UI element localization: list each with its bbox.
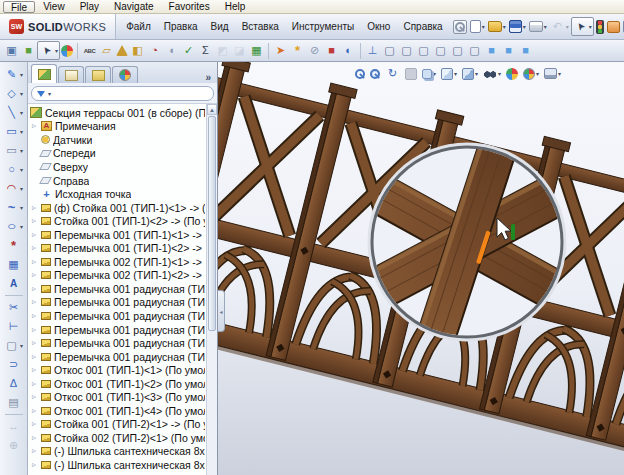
assembly-model[interactable]: [218, 62, 624, 475]
expand-arrow-icon[interactable]: ▹: [30, 366, 38, 374]
expand-arrow-icon[interactable]: ▹: [30, 434, 38, 442]
point-icon[interactable]: *: [5, 236, 22, 255]
panel-splitter-handle[interactable]: ◂: [218, 290, 225, 332]
tree-item[interactable]: ▹(ф) Стойка 001 (ТИП-1)<1> -> (По у: [30, 201, 205, 215]
tree-item[interactable]: ▹(-) Шпилька сантехническая 8x80<: [30, 445, 205, 459]
tree-item[interactable]: Сверху: [30, 160, 205, 174]
display-style-icon[interactable]: ▾: [461, 67, 479, 81]
arc-icon[interactable]: ◠▾: [3, 179, 24, 198]
tree-item[interactable]: ▹Перемычка 001 радиусная (ТИП-2): [30, 282, 205, 296]
view-settings-icon[interactable]: ▾: [543, 67, 562, 80]
tree-item[interactable]: +Исходная точка: [30, 187, 205, 201]
reference-axis-icon[interactable]: ⊥: [364, 42, 381, 59]
filter-dropdown-icon[interactable]: ▾: [48, 90, 51, 97]
select-tool-icon[interactable]: ➤▾: [37, 41, 60, 60]
view-cube-icon[interactable]: ▢: [415, 42, 432, 59]
tree-filter-bar[interactable]: ▾: [31, 86, 214, 101]
tree-item[interactable]: Справа: [30, 174, 205, 188]
spellcheck-icon[interactable]: ABC: [81, 42, 98, 59]
edit-appearance-icon[interactable]: [505, 67, 519, 81]
tree-item[interactable]: Спереди: [30, 147, 205, 161]
tabs-overflow-chevron[interactable]: »: [202, 72, 214, 83]
view-cube-icon[interactable]: ▢: [398, 42, 415, 59]
tree-item[interactable]: ▹(-) Шпилька сантехническая 8x80<: [30, 458, 205, 472]
shaded-cube-icon[interactable]: ■: [500, 42, 517, 59]
color-swatch-icon[interactable]: ■: [323, 42, 340, 59]
tree-item[interactable]: ▹Стойка 001 (ТИП-2)<1> -> (По умол: [30, 418, 205, 432]
menu-view[interactable]: Вид: [205, 19, 235, 34]
save-icon[interactable]: ▾: [508, 19, 527, 34]
edit-color-icon[interactable]: [60, 44, 74, 58]
graphics-viewport[interactable]: ↻▾▾▾▾▾▾ ◂: [218, 62, 624, 475]
animation-icon[interactable]: ➤: [272, 42, 289, 59]
player-menu-navigate[interactable]: Navigate: [107, 1, 160, 13]
expand-arrow-icon[interactable]: ▹: [30, 204, 38, 212]
tree-item[interactable]: ▹Стойка 002 (ТИП-2)<1> (По умолча: [30, 431, 205, 445]
curvature-icon[interactable]: ◖: [163, 42, 180, 59]
shaded-cube-icon[interactable]: ■: [517, 42, 534, 59]
expand-arrow-icon[interactable]: ▹: [30, 447, 38, 455]
tree-root-item[interactable]: Секция террасы 001 (в сборе) (По умо: [30, 106, 205, 120]
menu-window[interactable]: Окно: [361, 19, 396, 34]
tab-featuremanager[interactable]: [31, 64, 57, 83]
pan-icon[interactable]: [404, 67, 418, 81]
dropdown-arrow-icon[interactable]: ▾: [475, 70, 478, 77]
player-menu-view[interactable]: View: [36, 1, 72, 13]
line-icon[interactable]: ╲▾: [3, 103, 24, 122]
smart-dimension-icon[interactable]: ◇▾: [3, 84, 24, 103]
expand-arrow-icon[interactable]: ▹: [30, 122, 38, 130]
dropdown-arrow-icon[interactable]: ▾: [20, 185, 23, 192]
print-icon[interactable]: ▾: [528, 20, 548, 33]
apply-scene-icon[interactable]: ▾: [522, 67, 540, 81]
tree-item[interactable]: ▹Откос 001 (ТИП-1)<2> (По умолчан: [30, 377, 205, 391]
scroll-up-icon[interactable]: ▲: [207, 104, 217, 115]
shaded-cube-icon[interactable]: ■: [483, 42, 500, 59]
player-menu-play[interactable]: Play: [73, 1, 106, 13]
dropdown-arrow-icon[interactable]: ▾: [558, 70, 561, 77]
tree-item[interactable]: ▹AПримечания: [30, 120, 205, 134]
select-tool-icon[interactable]: ➤▾: [571, 17, 594, 36]
hide-show-items-icon[interactable]: ▾: [482, 68, 502, 80]
view-cube-icon[interactable]: ▢: [432, 42, 449, 59]
measure-icon[interactable]: ▱: [98, 42, 115, 59]
rectangle-icon[interactable]: ▭▾: [3, 122, 24, 141]
menu-help[interactable]: Справка: [397, 19, 448, 34]
ellipse-icon[interactable]: ○▾: [3, 217, 24, 236]
tree-item[interactable]: ▹Перемычка 001 радиусная (ТИП-3): [30, 323, 205, 337]
player-menu-help[interactable]: Help: [218, 1, 253, 13]
expand-arrow-icon[interactable]: ▹: [30, 271, 38, 279]
circle-icon[interactable]: ○▾: [3, 160, 24, 179]
verification-icon[interactable]: ⊘: [306, 42, 323, 59]
expand-arrow-icon[interactable]: ▹: [30, 353, 38, 361]
open-document-icon[interactable]: ▾: [487, 20, 507, 33]
dropdown-arrow-icon[interactable]: ▾: [566, 23, 569, 30]
tree-item[interactable]: ▹Откос 001 (ТИП-1)<1> (По умолчан: [30, 363, 205, 377]
modify-sketch-icon[interactable]: ⊕: [5, 436, 22, 455]
mirror-entities-icon[interactable]: Δ: [5, 374, 22, 393]
dropdown-arrow-icon[interactable]: ▾: [20, 109, 23, 116]
menu-insert[interactable]: Вставка: [236, 19, 285, 34]
tree-item[interactable]: ▹Перемычка 002 (ТИП-1)<1> -> (По: [30, 255, 205, 269]
lighting-icon[interactable]: *: [289, 42, 306, 59]
dropdown-arrow-icon[interactable]: ▾: [544, 23, 547, 30]
player-menu-favorites[interactable]: Favorites: [162, 1, 217, 13]
tree-item[interactable]: ▹Перемычка 001 радиусная (ТИП-2): [30, 296, 205, 310]
dropdown-arrow-icon[interactable]: ▾: [523, 23, 526, 30]
expand-arrow-icon[interactable]: ▹: [30, 420, 38, 428]
tab-propertymanager[interactable]: [58, 66, 84, 83]
dropdown-arrow-icon[interactable]: ▾: [20, 166, 23, 173]
expand-arrow-icon[interactable]: ▹: [30, 285, 38, 293]
equations-icon[interactable]: Σ: [197, 42, 214, 59]
menu-edit[interactable]: Правка: [158, 19, 204, 34]
dropdown-arrow-icon[interactable]: ▾: [20, 147, 23, 154]
expand-arrow-icon[interactable]: ▹: [30, 312, 38, 320]
view-cube-icon[interactable]: ▢: [381, 42, 398, 59]
render-scene-icon[interactable]: ◐: [340, 42, 357, 59]
dropdown-arrow-icon[interactable]: ▾: [482, 23, 485, 30]
expand-arrow-icon[interactable]: ▹: [30, 461, 38, 469]
tree-item[interactable]: ▹Перемычка 001 (ТИП-1)<2> -> (По: [30, 241, 205, 255]
offset-entities-icon[interactable]: ⊃: [5, 355, 22, 374]
scrollbar-thumb[interactable]: [208, 116, 216, 331]
player-menu-file[interactable]: File: [3, 1, 35, 13]
expand-arrow-icon[interactable]: ▹: [30, 244, 38, 252]
